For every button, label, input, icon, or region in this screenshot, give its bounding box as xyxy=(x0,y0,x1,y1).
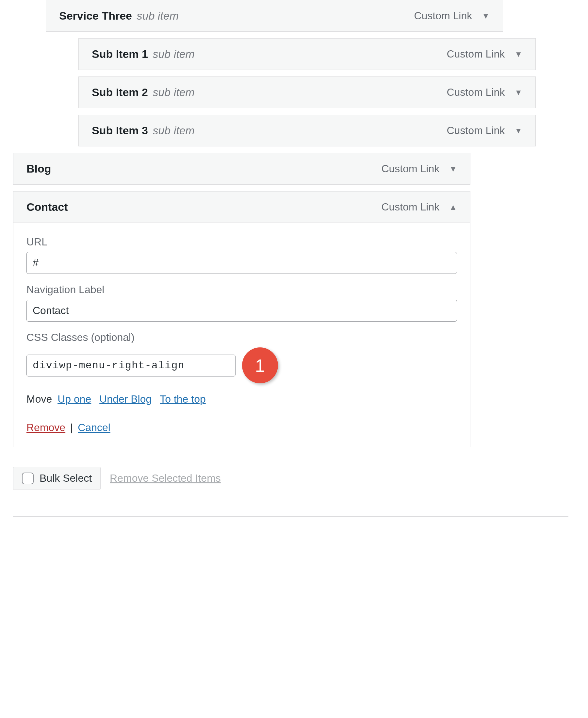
menu-item-type: Custom Link xyxy=(381,163,439,175)
menu-item-type: Custom Link xyxy=(446,124,505,137)
annotation-badge-1: 1 xyxy=(242,347,278,383)
navigation-label-label: Navigation Label xyxy=(26,284,457,296)
menu-item-subtype: sub item xyxy=(136,9,179,22)
menu-item-subtype: sub item xyxy=(152,86,195,98)
cancel-link[interactable]: Cancel xyxy=(78,422,110,433)
menu-item-subtype: sub item xyxy=(152,48,195,60)
menu-item-sub-1[interactable]: Sub Item 1 sub item Custom Link ▼ xyxy=(78,38,536,70)
menu-item-type: Custom Link xyxy=(446,48,505,60)
remove-selected-link[interactable]: Remove Selected Items xyxy=(110,472,221,484)
move-label: Move xyxy=(26,393,52,405)
url-input[interactable] xyxy=(26,252,457,274)
menu-item-sub-2[interactable]: Sub Item 2 sub item Custom Link ▼ xyxy=(78,77,536,108)
menu-item-type: Custom Link xyxy=(381,201,439,213)
bulk-row: Bulk Select Remove Selected Items xyxy=(13,467,575,490)
menu-item-subtype: sub item xyxy=(152,124,195,137)
menu-item-title: Sub Item 3 xyxy=(92,124,148,137)
menu-item-type: Custom Link xyxy=(446,86,505,98)
actions-row: Remove | Cancel xyxy=(26,422,457,434)
divider xyxy=(13,516,568,517)
menu-item-type: Custom Link xyxy=(414,10,472,22)
menu-item-contact-panel: URL Navigation Label CSS Classes (option… xyxy=(13,223,470,447)
menu-item-blog[interactable]: Blog Custom Link ▼ xyxy=(13,153,470,185)
css-classes-label: CSS Classes (optional) xyxy=(26,331,457,344)
chevron-down-icon[interactable]: ▼ xyxy=(449,164,457,173)
menu-item-title: Contact xyxy=(26,201,68,213)
move-up-one-link[interactable]: Up one xyxy=(58,393,91,405)
move-row: Move Up one Under Blog To the top xyxy=(26,393,457,405)
url-label: URL xyxy=(26,236,457,248)
menu-item-sub-3[interactable]: Sub Item 3 sub item Custom Link ▼ xyxy=(78,115,536,146)
bulk-select-toggle[interactable]: Bulk Select xyxy=(13,467,101,490)
chevron-down-icon[interactable]: ▼ xyxy=(482,12,490,21)
chevron-down-icon[interactable]: ▼ xyxy=(514,50,522,59)
move-to-top-link[interactable]: To the top xyxy=(160,393,206,405)
menu-item-contact[interactable]: Contact Custom Link ▲ xyxy=(13,191,470,223)
css-classes-input[interactable] xyxy=(26,354,235,376)
chevron-down-icon[interactable]: ▼ xyxy=(514,126,522,135)
menu-item-title: Sub Item 2 xyxy=(92,86,148,98)
annotation-number: 1 xyxy=(255,355,265,376)
move-under-blog-link[interactable]: Under Blog xyxy=(99,393,152,405)
menu-item-title: Sub Item 1 xyxy=(92,48,148,60)
menu-item-service-three[interactable]: Service Three sub item Custom Link ▼ xyxy=(46,0,503,32)
navigation-label-input[interactable] xyxy=(26,300,457,322)
remove-link[interactable]: Remove xyxy=(26,422,65,433)
menu-item-title: Service Three xyxy=(59,9,132,22)
bulk-select-checkbox[interactable] xyxy=(22,473,34,484)
menu-item-title: Blog xyxy=(26,162,51,175)
chevron-down-icon[interactable]: ▼ xyxy=(514,88,522,97)
separator: | xyxy=(70,422,73,433)
chevron-up-icon[interactable]: ▲ xyxy=(449,203,457,212)
bulk-select-label: Bulk Select xyxy=(40,472,92,484)
